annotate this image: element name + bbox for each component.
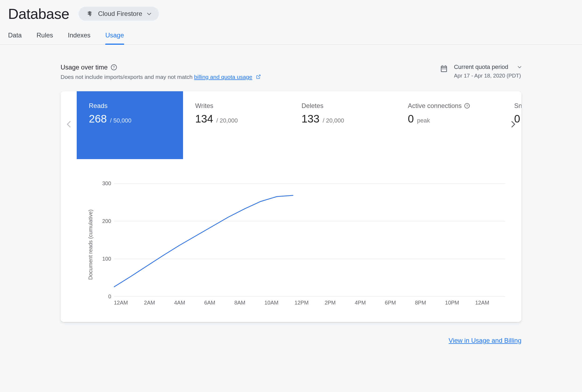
period-selector[interactable]: Current quota period <box>454 64 521 71</box>
external-link-icon <box>256 74 261 80</box>
database-type-label: Cloud Firestore <box>98 10 142 18</box>
chart-gridline <box>114 296 505 297</box>
chevron-down-icon <box>518 65 521 69</box>
chart-xtick: 4AM <box>174 300 204 306</box>
metric-value: 133 <box>301 113 320 125</box>
chart-xtick: 12AM <box>114 300 144 306</box>
chart-xtick: 12AM <box>475 300 505 306</box>
chart-xtick: 8PM <box>415 300 445 306</box>
tab-usage[interactable]: Usage <box>105 32 124 44</box>
metric-suffix: peak <box>417 117 430 124</box>
chart-xtick: 12PM <box>294 300 325 306</box>
metric-limit: / 20,000 <box>216 117 238 124</box>
usage-subtitle-text: Does not include imports/exports and may… <box>61 74 194 80</box>
period-range: Apr 17 - Apr 18, 2020 (PDT) <box>454 73 521 79</box>
svg-line-0 <box>258 75 260 77</box>
chart-ytick: 100 <box>99 256 111 262</box>
chart-ytick: 300 <box>99 180 111 187</box>
chart-xtick: 4PM <box>355 300 385 306</box>
chart-xtick: 2AM <box>144 300 174 306</box>
chevron-down-icon <box>147 11 151 17</box>
chart-ytick: 0 <box>99 293 111 300</box>
chart-xtick: 10PM <box>445 300 475 306</box>
chart-xtick: 8AM <box>234 300 264 306</box>
metrics-prev-button[interactable] <box>64 118 73 133</box>
billing-quota-link[interactable]: billing and quota usage <box>194 74 252 80</box>
tab-rules[interactable]: Rules <box>37 32 53 44</box>
tab-indexes[interactable]: Indexes <box>68 32 90 44</box>
metric-label: Deletes <box>301 102 323 110</box>
metric-writes[interactable]: Writes 134 / 20,000 <box>183 91 289 159</box>
chart-xaxis: 12AM2AM4AM6AM8AM10AM12PM2PM4PM6PM8PM10PM… <box>114 300 505 306</box>
metric-value: 134 <box>195 113 213 125</box>
page-title: Database <box>8 5 69 22</box>
metric-limit: / 50,000 <box>110 117 132 124</box>
svg-rect-1 <box>442 69 443 69</box>
chart-xtick: 10AM <box>264 300 294 306</box>
metric-reads[interactable]: Reads 268 / 50,000 <box>77 91 183 159</box>
svg-rect-2 <box>444 69 444 69</box>
calendar-icon <box>440 64 448 74</box>
chart-xtick: 6AM <box>204 300 234 306</box>
svg-rect-3 <box>445 69 446 69</box>
metrics-next-button[interactable] <box>509 118 518 133</box>
period-label: Current quota period <box>454 64 508 71</box>
metric-value: 268 <box>89 113 107 125</box>
chart-xtick: 2PM <box>325 300 355 306</box>
help-icon[interactable]: ? <box>464 103 470 108</box>
metrics-strip: Reads 268 / 50,000 Writes 134 / 20,000 <box>61 91 521 159</box>
metric-value: 0 <box>408 113 414 125</box>
chart-line <box>114 183 505 296</box>
metric-label: Reads <box>89 102 107 110</box>
chart-plot-area: 0100200300 <box>114 183 505 296</box>
database-type-selector[interactable]: Cloud Firestore <box>79 7 159 21</box>
usage-title: Usage over time <box>61 64 108 71</box>
chart-ylabel: Document reads (cumulative) <box>85 209 94 280</box>
metric-deletes[interactable]: Deletes 133 / 20,000 <box>289 91 396 159</box>
tabs: Data Rules Indexes Usage <box>0 22 582 45</box>
usage-subtitle: Does not include imports/exports and may… <box>61 74 261 80</box>
chart-ytick: 200 <box>99 218 111 224</box>
metric-limit: / 20,000 <box>323 117 344 124</box>
tab-data[interactable]: Data <box>8 32 22 44</box>
view-usage-billing-link[interactable]: View in Usage and Billing <box>449 337 521 344</box>
firestore-icon <box>86 10 93 17</box>
help-icon[interactable]: ? <box>111 64 117 70</box>
usage-card: Reads 268 / 50,000 Writes 134 / 20,000 <box>61 91 521 322</box>
metric-active-connections[interactable]: Active connections ? 0 peak <box>396 91 502 159</box>
metric-label: Active connections <box>408 102 462 110</box>
chart-xtick: 6PM <box>385 300 415 306</box>
metric-label: Snapsh <box>514 102 521 110</box>
metric-label: Writes <box>195 102 213 110</box>
